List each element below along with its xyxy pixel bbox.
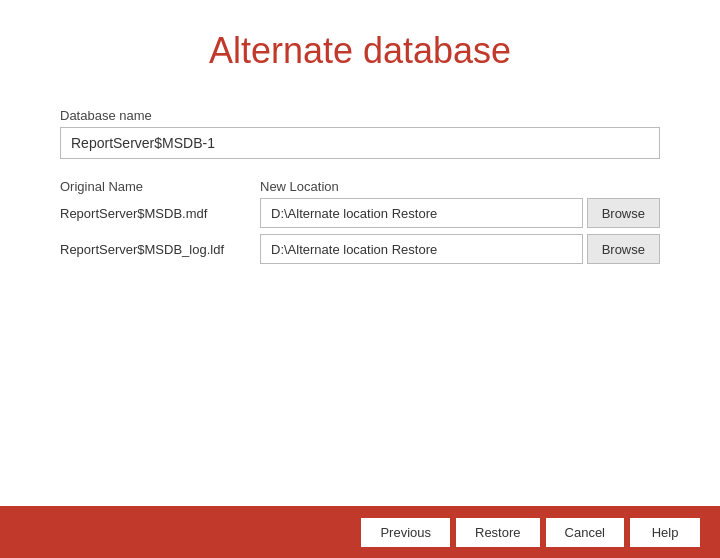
page-title: Alternate database bbox=[60, 30, 660, 72]
restore-button[interactable]: Restore bbox=[456, 518, 540, 547]
file-table: Original Name New Location ReportServer$… bbox=[60, 179, 660, 270]
cancel-button[interactable]: Cancel bbox=[546, 518, 624, 547]
browse-button-2[interactable]: Browse bbox=[587, 234, 660, 264]
location-input-2[interactable] bbox=[260, 234, 583, 264]
location-input-1[interactable] bbox=[260, 198, 583, 228]
table-header: Original Name New Location bbox=[60, 179, 660, 194]
help-button[interactable]: Help bbox=[630, 518, 700, 547]
browse-button-1[interactable]: Browse bbox=[587, 198, 660, 228]
original-name-1: ReportServer$MSDB.mdf bbox=[60, 206, 260, 221]
database-name-input[interactable] bbox=[60, 127, 660, 159]
original-name-2: ReportServer$MSDB_log.ldf bbox=[60, 242, 260, 257]
footer-bar: Previous Restore Cancel Help bbox=[0, 506, 720, 558]
table-row: ReportServer$MSDB_log.ldf Browse bbox=[60, 234, 660, 264]
table-row: ReportServer$MSDB.mdf Browse bbox=[60, 198, 660, 228]
col-original-header: Original Name bbox=[60, 179, 260, 194]
form-section: Database name Original Name New Location… bbox=[60, 108, 660, 270]
col-new-location-header: New Location bbox=[260, 179, 660, 194]
database-name-label: Database name bbox=[60, 108, 660, 123]
previous-button[interactable]: Previous bbox=[361, 518, 450, 547]
main-content: Alternate database Database name Origina… bbox=[0, 0, 720, 506]
database-name-group: Database name bbox=[60, 108, 660, 159]
